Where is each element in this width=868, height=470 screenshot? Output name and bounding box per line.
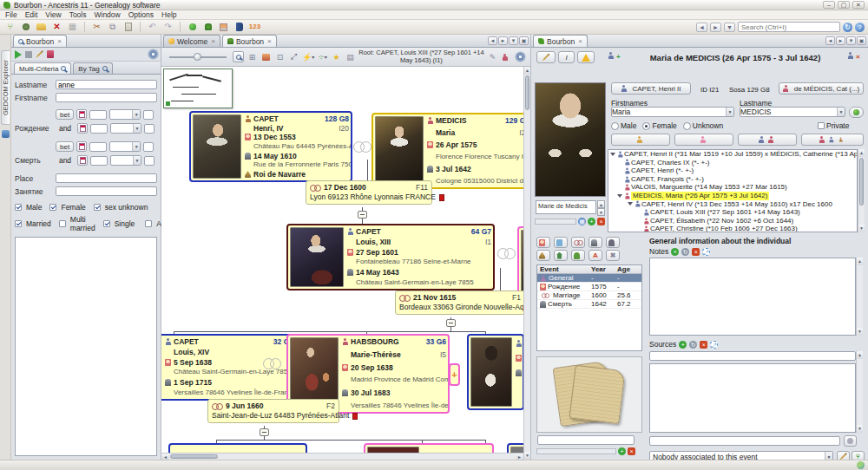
source-title-input[interactable] xyxy=(649,351,856,361)
edit-mode-button[interactable] xyxy=(536,51,556,63)
caption-spinner[interactable]: ▲▼ xyxy=(597,200,605,216)
tab-welcome[interactable]: Welcome× xyxy=(163,35,220,47)
marriage-box-f11[interactable]: 17 Dec 1600F11 Lyon 69123 Rhône Lyonnais… xyxy=(306,180,432,205)
event-row-birth[interactable]: Рождение1575- xyxy=(537,283,641,291)
zoom-slider-knob[interactable] xyxy=(194,53,201,61)
font-event-button[interactable]: A xyxy=(589,250,602,261)
zoom-slider[interactable] xyxy=(169,56,227,58)
tree-row[interactable]: CAPET, Henri (*- +-) xyxy=(608,166,857,175)
all-checkbox[interactable] xyxy=(145,220,152,227)
new-gedcom-icon[interactable]: ⑂ xyxy=(3,22,16,33)
media-browse-icon[interactable]: ▦ xyxy=(578,218,586,225)
male-radio[interactable] xyxy=(611,122,619,130)
tab-close-icon[interactable]: × xyxy=(578,37,582,45)
person-box-henri-iv[interactable]: CAPET128 G8 Henri, IVI20 13 Dec 1553 Châ… xyxy=(189,111,352,182)
mother-button[interactable]: de MÉDICIS, Cat (...) xyxy=(779,82,864,95)
person-alert-icon[interactable] xyxy=(501,51,512,62)
firstname-input[interactable] xyxy=(56,93,157,102)
tab-close-icon[interactable]: × xyxy=(211,37,215,45)
tab-maximize-icon[interactable]: ▣ xyxy=(857,36,866,45)
film-icon[interactable]: ▤ xyxy=(345,51,356,62)
source-add-icon[interactable]: + xyxy=(679,341,687,349)
tab-maximize-icon[interactable]: ▣ xyxy=(519,36,529,45)
death-precision2-select[interactable]: ▼ xyxy=(110,155,141,166)
source-attach-button[interactable] xyxy=(844,435,857,447)
notes-textarea[interactable] xyxy=(649,258,856,336)
delete-event-button[interactable]: ✖ xyxy=(606,250,620,261)
death-extra-input[interactable] xyxy=(143,142,154,152)
redo-icon[interactable]: ↷ xyxy=(161,22,174,33)
event-row-general[interactable]: General-- xyxy=(537,274,641,283)
calculator-icon[interactable] xyxy=(217,22,230,33)
menu-options[interactable]: Options xyxy=(128,10,154,19)
menu-help[interactable]: Help xyxy=(161,10,176,19)
source-text-area[interactable] xyxy=(649,363,856,433)
edit-icon[interactable] xyxy=(36,50,43,58)
update-icon[interactable]: ↻ xyxy=(843,23,852,32)
bookmark-star-icon[interactable]: ★ xyxy=(331,51,342,62)
portrait-caption[interactable]: Marie de Medicis xyxy=(536,200,596,214)
source-document-preview[interactable] xyxy=(536,356,642,433)
rocket-icon[interactable]: ⚡▾ xyxy=(302,51,314,62)
tree-vertical-scrollbar[interactable]: ▲▼ xyxy=(523,67,530,460)
female-radio[interactable] xyxy=(642,122,650,130)
document-add-icon[interactable]: + xyxy=(618,447,626,455)
tab-list-icon[interactable]: ▼ xyxy=(846,36,856,45)
lastname-action-button[interactable] xyxy=(849,107,864,118)
add-person-icon[interactable]: + xyxy=(608,52,621,61)
collapse-junction[interactable] xyxy=(446,319,456,327)
nav-dropdown-button[interactable]: ▼ xyxy=(724,23,735,32)
stop-search-icon[interactable] xyxy=(25,51,32,58)
add-spouse-button[interactable] xyxy=(738,134,797,146)
tree-row-selected[interactable]: MEDICIS, Maria (*26 Apr 1575 +3 Jul 1642… xyxy=(608,192,857,200)
media-view-icon[interactable] xyxy=(260,51,272,62)
birth-extra2-input[interactable] xyxy=(144,124,155,134)
frame-view-icon[interactable]: ⊡ xyxy=(274,51,286,62)
calendar-icon[interactable] xyxy=(76,141,87,152)
place-input[interactable] xyxy=(56,173,157,183)
tree-green-icon[interactable] xyxy=(201,22,214,33)
open-folder-icon[interactable] xyxy=(35,22,48,33)
fit-to-screen-icon[interactable]: ⤢ xyxy=(288,51,299,62)
firstnames-input[interactable]: Maria▼ xyxy=(611,107,734,117)
text-mode-button[interactable]: I xyxy=(558,51,575,63)
tree-canvas[interactable]: CAPET128 G8 Henri, IVI20 13 Dec 1553 Châ… xyxy=(161,67,530,460)
note-add-icon[interactable]: + xyxy=(671,248,679,256)
tab-scroll-right-icon[interactable]: ► xyxy=(836,36,845,45)
lastname-input[interactable] xyxy=(56,80,157,89)
media-delete-icon[interactable]: × xyxy=(597,218,605,225)
birth-between-button[interactable]: bet xyxy=(56,109,74,120)
death-year-from-input[interactable] xyxy=(89,142,107,152)
tab-close-icon[interactable]: × xyxy=(57,37,62,45)
book-icon[interactable] xyxy=(233,22,246,33)
death-precision-select[interactable]: ▼ xyxy=(109,141,141,152)
occupation-event-button[interactable] xyxy=(536,250,550,261)
tree-settings-icon[interactable] xyxy=(515,51,526,62)
tab-scroll-left-icon[interactable]: ◄ xyxy=(488,36,497,45)
family-tree-list[interactable]: CAPET, Henri II (*31 Mar 1519 +10 Jul 15… xyxy=(608,149,858,232)
tree-row[interactable]: CAPET, Henri II (*31 Mar 1519 +10 Jul 15… xyxy=(608,150,857,159)
menu-file[interactable]: File xyxy=(5,10,17,19)
tree-row[interactable]: CAPET, Louis XIII (*27 Sep 1601 +14 May … xyxy=(608,208,857,217)
collapse-junction[interactable] xyxy=(358,211,367,219)
source-ref-input[interactable] xyxy=(649,436,840,446)
tree-row[interactable]: CAPET, Christine (*10 Feb 1606 +27 Dec 1… xyxy=(608,225,857,232)
person-box-louis-xiii[interactable]: CAPET64 G7 Louis, XIIII1 27 Sep 1601 Fon… xyxy=(286,224,495,290)
burial-event-button[interactable] xyxy=(606,237,620,248)
male-checkbox[interactable] xyxy=(15,204,22,211)
marriage-box-f2[interactable]: 9 Jun 1660F2 Saint-Jean-de-Luz 64483 Pyr… xyxy=(207,399,339,423)
tab-multi-criteria[interactable]: Multi-Criteria xyxy=(14,62,71,74)
grid-view-icon[interactable]: ⊞ xyxy=(247,51,258,62)
media-scrollbar[interactable] xyxy=(535,219,576,225)
note-expand-icon[interactable]: ⤢ xyxy=(702,248,710,256)
search-panel-tab[interactable]: Bourbon× xyxy=(13,35,67,47)
delete-person-icon[interactable]: × xyxy=(847,52,860,61)
align-icon[interactable]: ⁘▾ xyxy=(317,51,328,62)
birth-precision2-select[interactable]: ▼ xyxy=(110,123,141,134)
tree-icon[interactable] xyxy=(19,22,32,33)
marriage-event-button[interactable] xyxy=(571,237,585,248)
expander-icon[interactable] xyxy=(610,153,615,156)
event-row-death[interactable]: Смерть164267.2 xyxy=(537,300,641,309)
nav-back-button[interactable]: ◄ xyxy=(696,23,707,32)
close-button[interactable]: ✕ xyxy=(852,1,865,9)
